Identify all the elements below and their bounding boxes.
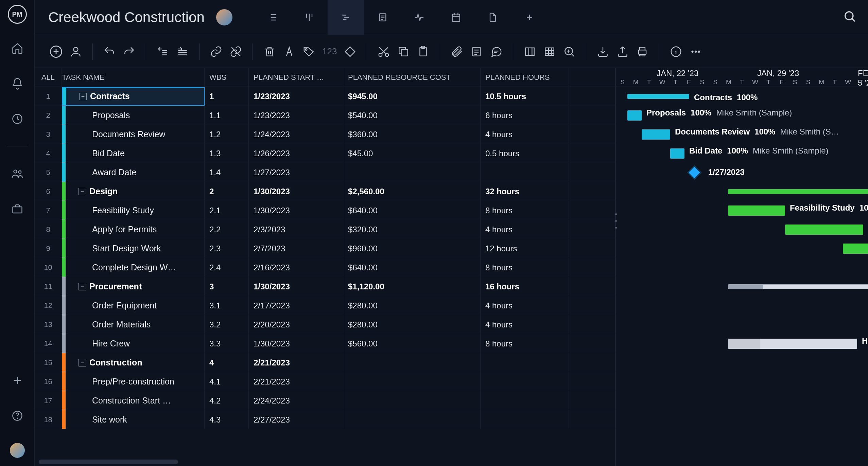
gantt-milestone[interactable] — [687, 165, 701, 180]
cut-button[interactable] — [375, 43, 392, 60]
view-calendar-icon[interactable] — [438, 0, 474, 35]
gantt-task-bar[interactable]: Documents Review100%Mike Smith (S… — [642, 129, 670, 140]
task-name: Design — [89, 186, 118, 196]
task-hours: 32 hours — [481, 182, 569, 201]
attachment-button[interactable] — [448, 43, 465, 60]
task-row[interactable]: 17Construction Start …4.22/24/2023 — [35, 391, 615, 410]
project-avatar[interactable] — [216, 9, 232, 25]
collapse-toggle[interactable]: − — [79, 188, 86, 195]
milestone-button[interactable] — [342, 43, 359, 60]
view-files-icon[interactable] — [474, 0, 511, 35]
gantt-summary-bar[interactable]: Contracts100% — [627, 94, 689, 99]
horizontal-scrollbar[interactable] — [35, 458, 615, 466]
add-icon[interactable] — [9, 372, 25, 389]
app-logo[interactable]: PM — [8, 5, 27, 24]
task-row[interactable]: 2Proposals1.11/23/2023$540.006 hours — [35, 106, 615, 125]
recent-icon[interactable] — [9, 111, 25, 127]
gantt-bar-label: Feasibility Study10 — [790, 203, 868, 213]
notifications-icon[interactable] — [9, 75, 25, 92]
add-task-button[interactable] — [48, 43, 65, 60]
comments-button[interactable] — [488, 43, 505, 60]
task-row[interactable]: 7Feasibility Study2.11/30/2023$640.008 h… — [35, 201, 615, 220]
column-header-name[interactable]: TASK NAME — [62, 68, 205, 87]
grid-button[interactable] — [541, 43, 558, 60]
column-header-cost[interactable]: PLANNED RESOURCE COST — [343, 68, 481, 87]
view-board-icon[interactable] — [291, 0, 328, 35]
print-button[interactable] — [634, 43, 651, 60]
timeline-day-label: W — [841, 78, 855, 86]
collapse-toggle[interactable]: − — [79, 283, 86, 290]
gantt-task-bar[interactable]: Hire — [728, 339, 857, 349]
zoom-button[interactable] — [561, 43, 578, 60]
more-button[interactable] — [687, 43, 704, 60]
row-number: 16 — [35, 372, 62, 391]
task-hours: 8 hours — [481, 258, 569, 277]
column-header-hours[interactable]: PLANNED HOURS — [481, 68, 569, 87]
task-row[interactable]: 11−Procurement31/30/2023$1,120.0016 hour… — [35, 277, 615, 296]
export-button[interactable] — [614, 43, 631, 60]
task-row[interactable]: 14Hire Crew3.31/30/2023$560.008 hours — [35, 334, 615, 353]
gantt-task-bar[interactable]: Bid Date100%Mike Smith (Sample) — [670, 148, 684, 159]
unlink-button[interactable] — [227, 43, 244, 60]
gantt-task-bar[interactable] — [843, 244, 868, 254]
task-row[interactable]: 15−Construction42/21/2023 — [35, 353, 615, 372]
outdent-button[interactable] — [154, 43, 171, 60]
view-add-icon[interactable] — [511, 0, 548, 35]
task-row[interactable]: 18Site work4.32/27/2023 — [35, 410, 615, 429]
column-header-all[interactable]: ALL — [35, 68, 62, 87]
task-name: Feasibility Study — [92, 205, 154, 215]
search-icon[interactable] — [843, 10, 856, 25]
task-wbs: 4.1 — [205, 372, 249, 391]
briefcase-icon[interactable] — [9, 201, 25, 217]
column-header-start[interactable]: PLANNED START … — [249, 68, 343, 87]
task-row[interactable]: 6−Design21/30/2023$2,560.0032 hours — [35, 182, 615, 201]
task-row[interactable]: 4Bid Date1.31/26/2023$45.000.5 hours — [35, 144, 615, 163]
paste-button[interactable] — [415, 43, 432, 60]
redo-button[interactable] — [121, 43, 138, 60]
task-row[interactable]: 13Order Materials3.22/20/2023$280.004 ho… — [35, 315, 615, 334]
view-list-icon[interactable] — [254, 0, 291, 35]
info-button[interactable] — [667, 43, 684, 60]
collapse-toggle[interactable]: − — [79, 93, 87, 100]
view-gantt-icon[interactable] — [328, 0, 364, 35]
task-row[interactable]: 16Prep/Pre-construction4.12/21/2023 — [35, 372, 615, 391]
gantt-task-bar[interactable]: Proposals100%Mike Smith (Sample) — [627, 110, 642, 121]
copy-button[interactable] — [395, 43, 412, 60]
gantt-summary-bar[interactable] — [728, 284, 868, 289]
assign-button[interactable] — [67, 43, 84, 60]
undo-button[interactable] — [101, 43, 118, 60]
pane-splitter[interactable] — [614, 211, 618, 231]
task-row[interactable]: 9Start Design Work2.32/7/2023$960.0012 h… — [35, 239, 615, 258]
notes-button[interactable] — [468, 43, 485, 60]
task-name: Construction Start … — [92, 396, 171, 406]
text-format-button[interactable] — [281, 43, 298, 60]
row-number: 14 — [35, 334, 62, 353]
help-icon[interactable] — [9, 408, 25, 424]
tag-button[interactable] — [300, 43, 317, 60]
task-row[interactable]: 10Complete Design W…2.42/16/2023$640.008… — [35, 258, 615, 277]
link-button[interactable] — [208, 43, 225, 60]
collapse-toggle[interactable]: − — [79, 359, 86, 366]
view-activity-icon[interactable] — [401, 0, 438, 35]
home-icon[interactable] — [9, 40, 25, 56]
user-avatar[interactable] — [10, 443, 25, 458]
row-number: 2 — [35, 106, 62, 125]
task-row[interactable]: 12Order Equipment3.12/17/2023$280.004 ho… — [35, 296, 615, 315]
task-row[interactable]: 8Apply for Permits2.22/3/2023$320.004 ho… — [35, 220, 615, 239]
gantt-task-bar[interactable]: Apply f — [785, 225, 863, 235]
task-row[interactable]: 1−Contracts11/23/2023$945.0010.5 hours — [35, 87, 615, 106]
view-sheet-icon[interactable] — [364, 0, 401, 35]
gantt-chart[interactable]: JAN, 22 '23JAN, 29 '23FEB, 5 '23 SMTWTFS… — [616, 68, 868, 466]
gantt-summary-bar[interactable] — [728, 189, 868, 194]
row-number: 10 — [35, 258, 62, 277]
import-button[interactable] — [594, 43, 611, 60]
column-header-wbs[interactable]: WBS — [205, 68, 249, 87]
task-row[interactable]: 5Award Date1.41/27/2023 — [35, 163, 615, 182]
task-row[interactable]: 3Documents Review1.21/24/2023$360.004 ho… — [35, 125, 615, 144]
columns-button[interactable] — [521, 43, 538, 60]
delete-button[interactable] — [261, 43, 278, 60]
gantt-task-bar[interactable]: Feasibility Study10 — [728, 205, 785, 216]
timeline-month-label: JAN, 22 '23 — [657, 69, 698, 78]
people-icon[interactable] — [9, 165, 25, 182]
indent-button[interactable] — [174, 43, 191, 60]
